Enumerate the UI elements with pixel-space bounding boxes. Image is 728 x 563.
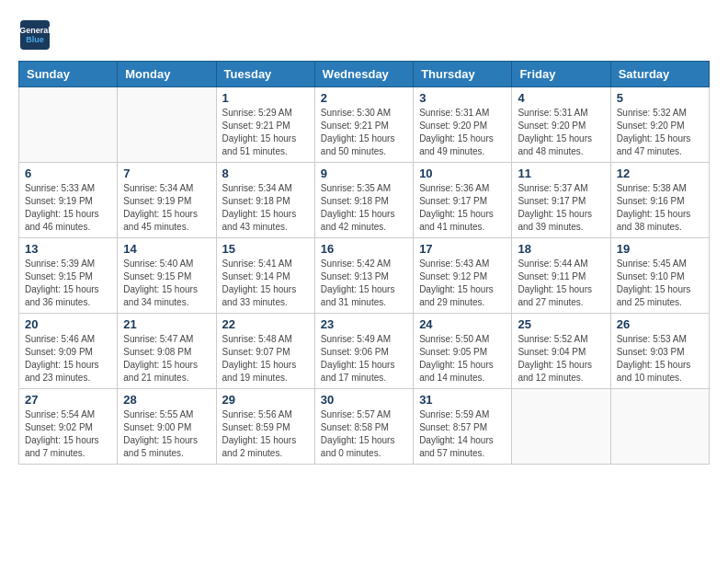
logo-icon: General Blue [18, 18, 51, 52]
day-number: 15 [222, 242, 309, 256]
weekday-header-tuesday: Tuesday [216, 62, 314, 87]
calendar-cell: 8Sunrise: 5:34 AMSunset: 9:18 PMDaylight… [216, 163, 314, 238]
day-number: 10 [419, 167, 506, 180]
day-number: 17 [419, 242, 506, 256]
day-info: Sunrise: 5:43 AMSunset: 9:12 PMDaylight:… [419, 258, 506, 309]
day-number: 1 [222, 91, 309, 105]
calendar-cell: 28Sunrise: 5:55 AMSunset: 9:00 PMDayligh… [118, 389, 216, 465]
day-info: Sunrise: 5:40 AMSunset: 9:15 PMDaylight:… [123, 258, 210, 309]
calendar-cell [19, 87, 118, 163]
day-info: Sunrise: 5:53 AMSunset: 9:03 PMDaylight:… [617, 333, 703, 385]
calendar-cell: 29Sunrise: 5:56 AMSunset: 8:59 PMDayligh… [216, 389, 314, 465]
day-number: 31 [419, 393, 506, 407]
calendar-cell: 1Sunrise: 5:29 AMSunset: 9:21 PMDaylight… [216, 87, 314, 163]
calendar-cell: 25Sunrise: 5:52 AMSunset: 9:04 PMDayligh… [512, 314, 610, 389]
day-info: Sunrise: 5:38 AMSunset: 9:16 PMDaylight:… [617, 182, 703, 234]
calendar-cell: 27Sunrise: 5:54 AMSunset: 9:02 PMDayligh… [19, 389, 118, 465]
day-info: Sunrise: 5:52 AMSunset: 9:04 PMDaylight:… [518, 333, 604, 385]
calendar-cell: 31Sunrise: 5:59 AMSunset: 8:57 PMDayligh… [414, 389, 512, 465]
day-info: Sunrise: 5:30 AMSunset: 9:21 PMDaylight:… [321, 107, 407, 158]
day-info: Sunrise: 5:47 AMSunset: 9:08 PMDaylight:… [123, 333, 210, 385]
calendar-cell: 26Sunrise: 5:53 AMSunset: 9:03 PMDayligh… [610, 314, 709, 389]
day-info: Sunrise: 5:41 AMSunset: 9:14 PMDaylight:… [222, 258, 309, 309]
svg-text:Blue: Blue [26, 35, 44, 44]
day-info: Sunrise: 5:56 AMSunset: 8:59 PMDaylight:… [222, 408, 309, 460]
day-number: 27 [25, 393, 111, 407]
calendar-cell: 24Sunrise: 5:50 AMSunset: 9:05 PMDayligh… [414, 314, 512, 389]
day-number: 19 [617, 242, 703, 256]
day-number: 28 [123, 393, 210, 407]
day-info: Sunrise: 5:29 AMSunset: 9:21 PMDaylight:… [222, 107, 309, 158]
day-number: 26 [617, 317, 703, 331]
day-number: 29 [222, 393, 309, 407]
calendar-cell: 5Sunrise: 5:32 AMSunset: 9:20 PMDaylight… [610, 87, 709, 163]
day-number: 14 [123, 242, 210, 256]
day-number: 12 [617, 167, 703, 180]
calendar-cell: 14Sunrise: 5:40 AMSunset: 9:15 PMDayligh… [118, 238, 216, 314]
day-info: Sunrise: 5:59 AMSunset: 8:57 PMDaylight:… [419, 408, 506, 460]
day-info: Sunrise: 5:48 AMSunset: 9:07 PMDaylight:… [222, 333, 309, 385]
day-info: Sunrise: 5:54 AMSunset: 9:02 PMDaylight:… [25, 408, 111, 460]
day-info: Sunrise: 5:45 AMSunset: 9:10 PMDaylight:… [617, 258, 703, 309]
calendar-cell [610, 389, 709, 465]
calendar-week-1: 1Sunrise: 5:29 AMSunset: 9:21 PMDaylight… [19, 87, 710, 163]
day-number: 9 [321, 167, 407, 180]
weekday-header-saturday: Saturday [610, 62, 709, 87]
calendar-cell: 18Sunrise: 5:44 AMSunset: 9:11 PMDayligh… [512, 238, 610, 314]
day-number: 20 [25, 317, 111, 331]
day-info: Sunrise: 5:36 AMSunset: 9:17 PMDaylight:… [419, 182, 506, 234]
day-info: Sunrise: 5:46 AMSunset: 9:09 PMDaylight:… [25, 333, 111, 385]
day-number: 8 [222, 167, 309, 180]
calendar-week-3: 13Sunrise: 5:39 AMSunset: 9:15 PMDayligh… [19, 238, 710, 314]
day-info: Sunrise: 5:35 AMSunset: 9:18 PMDaylight:… [321, 182, 407, 234]
calendar-cell: 20Sunrise: 5:46 AMSunset: 9:09 PMDayligh… [19, 314, 118, 389]
day-number: 11 [518, 167, 604, 180]
weekday-header-friday: Friday [512, 62, 610, 87]
day-info: Sunrise: 5:31 AMSunset: 9:20 PMDaylight:… [419, 107, 506, 158]
calendar-cell: 3Sunrise: 5:31 AMSunset: 9:20 PMDaylight… [414, 87, 512, 163]
day-info: Sunrise: 5:44 AMSunset: 9:11 PMDaylight:… [518, 258, 604, 309]
day-info: Sunrise: 5:55 AMSunset: 9:00 PMDaylight:… [123, 408, 210, 460]
svg-text:General: General [19, 26, 51, 35]
calendar-table: SundayMondayTuesdayWednesdayThursdayFrid… [18, 61, 710, 465]
calendar-cell [512, 389, 610, 465]
calendar-cell: 22Sunrise: 5:48 AMSunset: 9:07 PMDayligh… [216, 314, 314, 389]
day-number: 3 [419, 91, 506, 105]
calendar-cell: 21Sunrise: 5:47 AMSunset: 9:08 PMDayligh… [118, 314, 216, 389]
day-number: 22 [222, 317, 309, 331]
calendar-cell [118, 87, 216, 163]
calendar-cell: 16Sunrise: 5:42 AMSunset: 9:13 PMDayligh… [314, 238, 413, 314]
calendar-week-5: 27Sunrise: 5:54 AMSunset: 9:02 PMDayligh… [19, 389, 710, 465]
calendar-cell: 15Sunrise: 5:41 AMSunset: 9:14 PMDayligh… [216, 238, 314, 314]
day-info: Sunrise: 5:34 AMSunset: 9:18 PMDaylight:… [222, 182, 309, 234]
day-info: Sunrise: 5:37 AMSunset: 9:17 PMDaylight:… [518, 182, 604, 234]
calendar-week-2: 6Sunrise: 5:33 AMSunset: 9:19 PMDaylight… [19, 163, 710, 238]
calendar-cell: 6Sunrise: 5:33 AMSunset: 9:19 PMDaylight… [19, 163, 118, 238]
day-number: 6 [25, 167, 111, 180]
day-info: Sunrise: 5:32 AMSunset: 9:20 PMDaylight:… [617, 107, 703, 158]
day-info: Sunrise: 5:34 AMSunset: 9:19 PMDaylight:… [123, 182, 210, 234]
calendar-cell: 23Sunrise: 5:49 AMSunset: 9:06 PMDayligh… [314, 314, 413, 389]
day-info: Sunrise: 5:57 AMSunset: 8:58 PMDaylight:… [321, 408, 407, 460]
day-info: Sunrise: 5:33 AMSunset: 9:19 PMDaylight:… [25, 182, 111, 234]
day-info: Sunrise: 5:42 AMSunset: 9:13 PMDaylight:… [321, 258, 407, 309]
day-number: 2 [321, 91, 407, 105]
weekday-header-thursday: Thursday [414, 62, 512, 87]
calendar-cell: 12Sunrise: 5:38 AMSunset: 9:16 PMDayligh… [610, 163, 709, 238]
calendar-cell: 10Sunrise: 5:36 AMSunset: 9:17 PMDayligh… [414, 163, 512, 238]
weekday-header-sunday: Sunday [19, 62, 118, 87]
calendar-body: 1Sunrise: 5:29 AMSunset: 9:21 PMDaylight… [19, 87, 710, 465]
logo: General Blue [18, 18, 51, 52]
day-number: 16 [321, 242, 407, 256]
calendar-cell: 4Sunrise: 5:31 AMSunset: 9:20 PMDaylight… [512, 87, 610, 163]
day-number: 30 [321, 393, 407, 407]
page-header: General Blue [18, 18, 710, 52]
calendar-cell: 2Sunrise: 5:30 AMSunset: 9:21 PMDaylight… [314, 87, 413, 163]
day-number: 21 [123, 317, 210, 331]
calendar-cell: 9Sunrise: 5:35 AMSunset: 9:18 PMDaylight… [314, 163, 413, 238]
weekday-header-monday: Monday [118, 62, 216, 87]
calendar-week-4: 20Sunrise: 5:46 AMSunset: 9:09 PMDayligh… [19, 314, 710, 389]
day-number: 24 [419, 317, 506, 331]
calendar-cell: 11Sunrise: 5:37 AMSunset: 9:17 PMDayligh… [512, 163, 610, 238]
calendar-header-row: SundayMondayTuesdayWednesdayThursdayFrid… [19, 62, 710, 87]
